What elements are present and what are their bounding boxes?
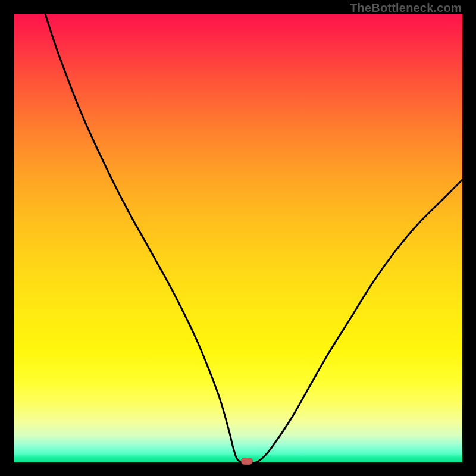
- chart-plot-area: [14, 14, 462, 462]
- bottleneck-curve: [14, 14, 462, 462]
- watermark-text: TheBottleneck.com: [350, 1, 462, 15]
- chart-stage: TheBottleneck.com: [0, 0, 476, 476]
- minimum-marker: [241, 458, 253, 465]
